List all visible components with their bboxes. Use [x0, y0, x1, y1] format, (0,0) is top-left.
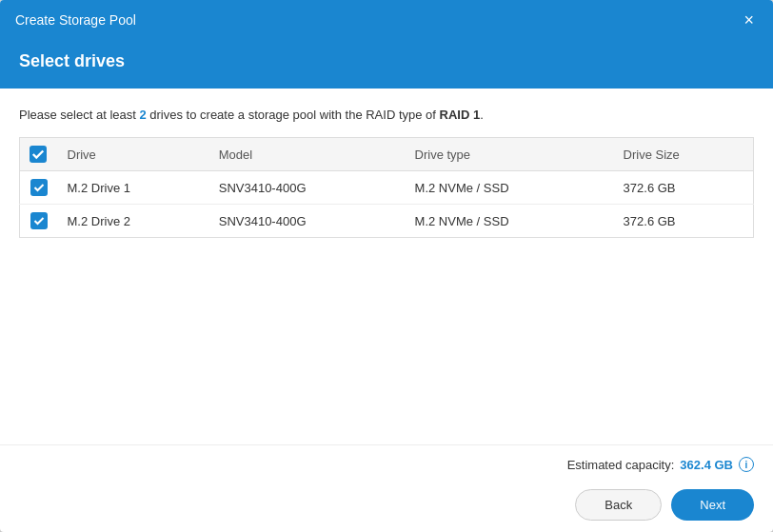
instruction-min-drives: 2: [139, 108, 146, 122]
col-header-drive-size: Drive Size: [614, 138, 754, 171]
row-checkbox-1[interactable]: [30, 212, 48, 229]
capacity-value: 362.4 GB: [680, 458, 733, 472]
select-all-checkbox[interactable]: [30, 146, 47, 163]
row-check-cell: [20, 171, 58, 205]
col-header-model: Model: [209, 138, 406, 171]
row-drive-1: M.2 Drive 2: [58, 205, 209, 238]
row-checkbox-0[interactable]: [30, 179, 48, 196]
row-drive-size-0: 372.6 GB: [614, 171, 754, 205]
table-header-row: Drive Model Drive type Drive Size: [20, 138, 754, 171]
row-model-1: SNV3410-400G: [209, 205, 406, 238]
row-drive-type-0: M.2 NVMe / SSD: [406, 171, 614, 205]
col-header-drive-type: Drive type: [406, 138, 614, 171]
title-bar: Create Storage Pool ×: [0, 0, 773, 40]
capacity-label: Estimated capacity:: [567, 458, 675, 472]
next-button[interactable]: Next: [671, 489, 754, 521]
capacity-row: Estimated capacity: 362.4 GB i: [19, 457, 754, 472]
instruction-prefix: Please select at least: [19, 108, 139, 122]
instruction-raid-type: RAID 1: [440, 108, 481, 122]
row-drive-0: M.2 Drive 1: [58, 171, 209, 205]
row-drive-type-1: M.2 NVMe / SSD: [406, 205, 614, 238]
dialog-title: Create Storage Pool: [15, 12, 136, 28]
close-button[interactable]: ×: [740, 10, 758, 30]
instruction-suffix: .: [480, 108, 484, 122]
back-button[interactable]: Back: [575, 489, 662, 521]
table-row: M.2 Drive 1 SNV3410-400G M.2 NVMe / SSD …: [20, 171, 754, 205]
content-header: Select drives: [0, 40, 773, 89]
footer: Estimated capacity: 362.4 GB i Back Next: [0, 444, 773, 532]
instruction-middle: drives to create a storage pool with the…: [147, 108, 440, 122]
table-row: M.2 Drive 2 SNV3410-400G M.2 NVMe / SSD …: [20, 205, 754, 238]
col-header-check: [20, 138, 58, 171]
drives-table: Drive Model Drive type Drive Size M.2 Dr…: [19, 137, 754, 238]
row-model-0: SNV3410-400G: [209, 171, 406, 205]
instruction-text: Please select at least 2 drives to creat…: [19, 108, 754, 122]
row-drive-size-1: 372.6 GB: [614, 205, 754, 238]
row-check-cell: [20, 205, 58, 238]
content-body: Please select at least 2 drives to creat…: [0, 89, 773, 444]
dialog-create-storage-pool: Create Storage Pool × Select drives Plea…: [0, 0, 773, 532]
button-row: Back Next: [19, 489, 754, 521]
col-header-drive: Drive: [58, 138, 209, 171]
section-title: Select drives: [19, 51, 125, 70]
info-icon[interactable]: i: [739, 457, 754, 472]
